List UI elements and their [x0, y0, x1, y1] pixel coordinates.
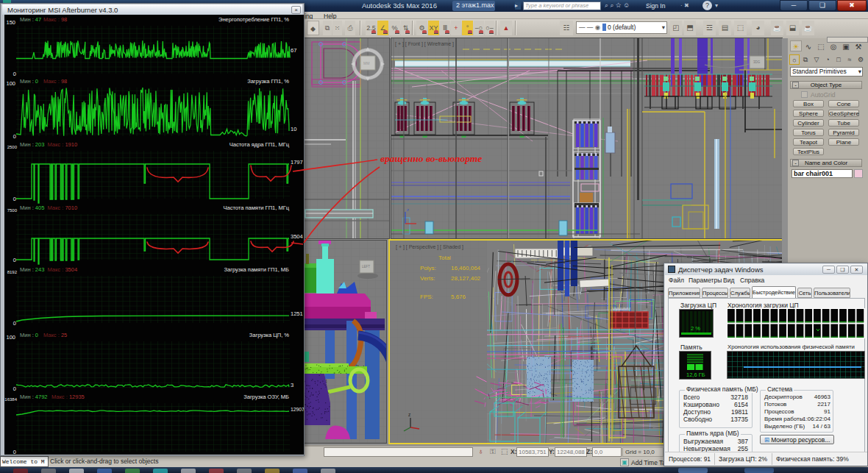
- svg-text:Мин : 203: Мин : 203: [20, 141, 44, 148]
- svg-text:3DG: 3DG: [753, 60, 761, 64]
- svg-text:1797: 1797: [291, 159, 303, 166]
- svg-text:Загрузка памяти ГП1, МБ: Загрузка памяти ГП1, МБ: [224, 266, 289, 273]
- svg-text:100: 100: [6, 334, 15, 341]
- svg-text:12,6 ГБ: 12,6 ГБ: [686, 371, 705, 378]
- svg-text:Частота памяти ГП1, МГц: Частота памяти ГП1, МГц: [224, 205, 290, 211]
- svg-text:Загрузка ОЗУ, МБ: Загрузка ОЗУ, МБ: [243, 394, 289, 400]
- svg-text:5,676: 5,676: [451, 294, 466, 300]
- svg-text:Макс : 7010: Макс : 7010: [48, 205, 78, 211]
- svg-text:2500: 2500: [7, 145, 18, 149]
- svg-text:Макс : 98: Макс : 98: [43, 78, 67, 85]
- svg-text:0: 0: [13, 320, 16, 327]
- svg-text:0: 0: [13, 449, 16, 455]
- svg-text:Verts:: Verts:: [420, 275, 435, 282]
- svg-text:0: 0: [13, 385, 16, 392]
- svg-text:Мин : 0: Мин : 0: [20, 332, 38, 338]
- svg-text:Мин : 0: Мин : 0: [20, 78, 38, 85]
- svg-text:0: 0: [13, 133, 16, 140]
- svg-text:0: 0: [13, 257, 16, 263]
- svg-text:MMMMMM: MMMMMM: [612, 307, 630, 311]
- svg-text:10: 10: [291, 126, 296, 132]
- svg-text:Частота ядра ГП1, МГц: Частота ядра ГП1, МГц: [230, 141, 290, 148]
- svg-text:Мин : 243: Мин : 243: [20, 266, 44, 273]
- svg-text:Макс : 98: Макс : 98: [43, 16, 67, 23]
- svg-text:Энергопотребление ГП1, %: Энергопотребление ГП1, %: [218, 16, 289, 23]
- svg-text:Макс : 1910: Макс : 1910: [48, 141, 78, 148]
- svg-text:z: z: [407, 207, 409, 212]
- svg-text:z: z: [408, 412, 410, 417]
- svg-text:Макс : 3504: Макс : 3504: [48, 266, 78, 273]
- svg-text:Макс : 25: Макс : 25: [43, 332, 67, 338]
- svg-text:Total: Total: [438, 255, 451, 261]
- svg-text:28,127,402: 28,127,402: [451, 275, 481, 282]
- svg-text:MM: MM: [363, 61, 369, 65]
- svg-text:67: 67: [291, 47, 296, 54]
- svg-text:[ + ] [ Perspective ] [ Shaded: [ + ] [ Perspective ] [ Shaded ]: [396, 244, 463, 250]
- svg-text:3: 3: [291, 382, 294, 388]
- svg-text:Polys:: Polys:: [420, 265, 436, 271]
- svg-text:Загрузка ГП1, %: Загрузка ГП1, %: [247, 78, 289, 85]
- svg-text:1251: 1251: [291, 310, 303, 317]
- svg-text:0: 0: [13, 71, 16, 77]
- svg-text:Макс : 12935: Макс : 12935: [51, 394, 85, 400]
- svg-text:16,460,064: 16,460,064: [451, 265, 481, 271]
- svg-text:16384: 16384: [4, 397, 17, 402]
- svg-text:Мин : 47: Мин : 47: [20, 16, 41, 23]
- svg-text:7500: 7500: [7, 208, 18, 213]
- svg-text:Загрузка ЦП, %: Загрузка ЦП, %: [249, 332, 290, 338]
- svg-text:0: 0: [13, 196, 16, 202]
- svg-text:8192: 8192: [7, 270, 18, 274]
- svg-text:LEFT: LEFT: [362, 265, 370, 268]
- svg-text:Мин : 405: Мин : 405: [20, 205, 44, 211]
- svg-text:150: 150: [6, 19, 15, 26]
- svg-text:Мин : 4792: Мин : 4792: [20, 394, 48, 400]
- svg-text:2 %: 2 %: [691, 325, 700, 332]
- svg-text:100: 100: [6, 80, 15, 87]
- svg-text:[ + ] [ Front ] [ Wireframe ]: [ + ] [ Front ] [ Wireframe ]: [395, 41, 454, 47]
- svg-text:12907: 12907: [291, 407, 304, 412]
- svg-text:3504: 3504: [291, 233, 303, 240]
- svg-text:FPS:: FPS:: [420, 294, 433, 300]
